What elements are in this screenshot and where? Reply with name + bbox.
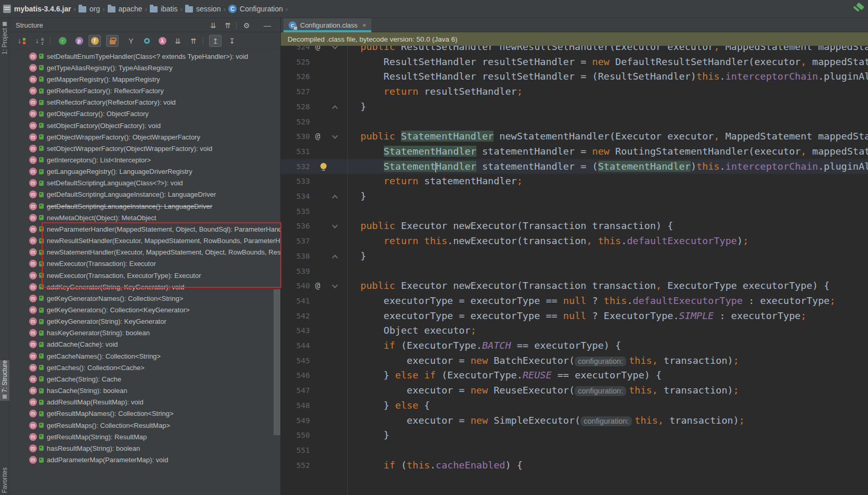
structure-item-getObjectWrapperFactory[interactable]: mgetObjectWrapperFactory(): ObjectWrappe… bbox=[9, 131, 280, 143]
code-line-547[interactable]: 547 executor = new ReuseExecutor(configu… bbox=[281, 383, 868, 398]
tab-configuration-class[interactable]: C Configuration.class × bbox=[283, 18, 371, 32]
collapse-all-icon[interactable]: ⇈ bbox=[223, 20, 233, 30]
structure-item-getCache[interactable]: mgetCache(String): Cache bbox=[9, 373, 280, 385]
group-methods-icon[interactable]: Y bbox=[125, 35, 137, 47]
expand-all-icon[interactable]: ⇊ bbox=[208, 20, 218, 30]
settings-gear-icon[interactable]: ⚙ bbox=[241, 20, 252, 30]
build-hammer-icon[interactable] bbox=[852, 4, 865, 15]
breadcrumb-item-apache[interactable]: apache bbox=[108, 5, 142, 13]
expand-all-icon[interactable]: ⇊ bbox=[172, 35, 184, 47]
code-line-527[interactable]: 527 return resultSetHandler; bbox=[281, 84, 868, 99]
structure-item-getKeyGeneratorNames[interactable]: mgetKeyGeneratorNames(): Collection<Stri… bbox=[9, 293, 280, 304]
structure-item-setDefaultScriptingLanguage[interactable]: msetDefaultScriptingLanguage(Class<?>): … bbox=[9, 177, 280, 189]
tool-stripe-button-1-project[interactable]: 1: Project bbox=[0, 20, 9, 55]
show-lambdas-icon[interactable]: λ bbox=[156, 35, 169, 47]
code-line-539[interactable]: 539 bbox=[281, 264, 868, 279]
code-line-545[interactable]: 545 executor = new BatchExecutor(configu… bbox=[281, 353, 868, 369]
code-line-550[interactable]: 550 } bbox=[281, 428, 868, 443]
code-line-535[interactable]: 535 bbox=[281, 204, 868, 219]
code-line-538[interactable]: 538} bbox=[281, 249, 868, 264]
tab-close-icon[interactable]: × bbox=[362, 21, 367, 29]
fold-region-start-icon[interactable] bbox=[332, 283, 338, 288]
structure-scrollbar-thumb[interactable] bbox=[274, 289, 280, 435]
breadcrumb-item-mybatis-3-4-6-jar[interactable]: mybatis-3.4.6.jar bbox=[3, 5, 71, 13]
code-line-526[interactable]: 526 ResultSetHandler resultSetHandler = … bbox=[281, 69, 868, 84]
code-line-540[interactable]: 540@public Executor newExecutor(Transact… bbox=[281, 278, 868, 294]
fold-region-end-icon[interactable] bbox=[332, 195, 338, 200]
code-line-531[interactable]: 531 StatementHandler statementHandler = … bbox=[281, 144, 868, 159]
structure-item-getDefaultScriptingLanguageInstance[interactable]: mgetDefaultScriptingLanguageInstance(): … bbox=[9, 189, 280, 200]
structure-item-getResultMaps[interactable]: mgetResultMaps(): Collection<ResultMap> bbox=[9, 420, 280, 431]
structure-item-getLanguageRegistry[interactable]: mgetLanguageRegistry(): LanguageDriverRe… bbox=[9, 166, 280, 177]
structure-item-newExecutor[interactable]: mnewExecutor(Transaction): Executor bbox=[9, 258, 280, 270]
show-inherited-icon[interactable]: ↑ bbox=[56, 35, 69, 47]
structure-item-newMetaObject[interactable]: mnewMetaObject(Object): MetaObject bbox=[9, 212, 280, 223]
fold-region-start-icon[interactable] bbox=[332, 223, 338, 229]
code-line-544[interactable]: 544 if (ExecutorType.BATCH == executorTy… bbox=[281, 338, 868, 353]
autoscroll-from-source-icon[interactable]: ↧ bbox=[226, 35, 238, 47]
structure-item-getDefaultScriptingLanuageInstance[interactable]: mgetDefaultScriptingLanuageInstance(): L… bbox=[9, 200, 280, 212]
structure-item-getCacheNames[interactable]: mgetCacheNames(): Collection<String> bbox=[9, 350, 280, 362]
tool-stripe-button-7-structure[interactable]: 7: Structure bbox=[0, 360, 9, 401]
structure-item-getCaches[interactable]: mgetCaches(): Collection<Cache> bbox=[9, 362, 280, 373]
code-line-537[interactable]: 537 return this.newExecutor(transaction,… bbox=[281, 234, 868, 249]
code-line-548[interactable]: 548 } else { bbox=[281, 398, 868, 413]
sort-alphabetically-icon[interactable]: ↓az bbox=[33, 35, 46, 47]
sort-by-visibility-icon[interactable]: ↓ bbox=[16, 35, 28, 47]
structure-item-addKeyGenerator[interactable]: maddKeyGenerator(String, KeyGenerator): … bbox=[9, 281, 280, 293]
show-fields-icon[interactable]: f bbox=[88, 35, 101, 47]
structure-item-setObjectWrapperFactory[interactable]: msetObjectWrapperFactory(ObjectWrapperFa… bbox=[9, 143, 280, 154]
autoscroll-to-source-icon[interactable]: ↥ bbox=[209, 35, 222, 47]
code-line-529[interactable]: 529 bbox=[281, 115, 868, 130]
breadcrumb-item-configuration[interactable]: CConfiguration bbox=[228, 5, 283, 13]
fold-region-end-icon[interactable] bbox=[332, 255, 338, 260]
structure-item-getKeyGenerator[interactable]: mgetKeyGenerator(String): KeyGenerator bbox=[9, 316, 280, 327]
code-line-530[interactable]: 530@public StatementHandler newStatement… bbox=[281, 129, 868, 144]
show-non-public-icon[interactable] bbox=[106, 35, 119, 47]
structure-item-getReflectorFactory[interactable]: mgetReflectorFactory(): ReflectorFactory bbox=[9, 85, 280, 96]
code-line-546[interactable]: 546 } else if (ExecutorType.REUSE == exe… bbox=[281, 368, 868, 383]
structure-item-getTypeAliasRegistry[interactable]: mgetTypeAliasRegistry(): TypeAliasRegist… bbox=[9, 62, 280, 73]
code-line-525[interactable]: 525 ResultSetHandler resultSetHandler = … bbox=[281, 55, 868, 70]
show-anonymous-classes-icon[interactable] bbox=[140, 35, 153, 47]
intention-lightbulb-icon[interactable] bbox=[320, 163, 327, 169]
code-line-551[interactable]: 551 bbox=[281, 443, 868, 458]
structure-item-getMapperRegistry[interactable]: mgetMapperRegistry(): MapperRegistry bbox=[9, 73, 280, 85]
structure-item-newExecutor[interactable]: mnewExecutor(Transaction, ExecutorType):… bbox=[9, 270, 280, 281]
structure-item-addResultMap[interactable]: maddResultMap(ResultMap): void bbox=[9, 397, 280, 408]
structure-item-newResultSetHandler[interactable]: mnewResultSetHandler(Executor, MappedSta… bbox=[9, 235, 280, 247]
code-line-549[interactable]: 549 executor = new SimpleExecutor(config… bbox=[281, 413, 868, 428]
structure-item-setObjectFactory[interactable]: msetObjectFactory(ObjectFactory): void bbox=[9, 120, 280, 131]
structure-item-hasResultMap[interactable]: mhasResultMap(String): boolean bbox=[9, 442, 280, 454]
code-line-542[interactable]: 542 executorType = executorType == null … bbox=[281, 309, 868, 324]
structure-item-newStatementHandler[interactable]: mnewStatementHandler(Executor, MappedSta… bbox=[9, 247, 280, 258]
show-properties-icon[interactable]: p bbox=[73, 35, 85, 47]
collapse-all-icon[interactable]: ⇈ bbox=[187, 35, 200, 47]
breadcrumb-item-session[interactable]: session bbox=[185, 5, 221, 13]
structure-item-addParameterMap[interactable]: maddParameterMap(ParameterMap): void bbox=[9, 454, 280, 465]
structure-item-getObjectFactory[interactable]: mgetObjectFactory(): ObjectFactory bbox=[9, 108, 280, 120]
structure-item-setReflectorFactory[interactable]: msetReflectorFactory(ReflectorFactory): … bbox=[9, 97, 280, 108]
code-line-543[interactable]: 543 Object executor; bbox=[281, 323, 868, 338]
structure-item-setDefaultEnumTypeHandler[interactable]: msetDefaultEnumTypeHandler(Class<? exten… bbox=[9, 50, 280, 62]
code-line-533[interactable]: 533 return statementHandler; bbox=[281, 174, 868, 189]
breadcrumb-item-org[interactable]: org bbox=[79, 5, 100, 13]
fold-region-start-icon[interactable] bbox=[332, 133, 338, 139]
structure-item-getResultMap[interactable]: mgetResultMap(String): ResultMap bbox=[9, 431, 280, 442]
structure-item-getKeyGenerators[interactable]: mgetKeyGenerators(): Collection<KeyGener… bbox=[9, 304, 280, 315]
code-line-541[interactable]: 541 executorType = executorType == null … bbox=[281, 294, 868, 309]
fold-region-end-icon[interactable] bbox=[332, 105, 338, 111]
code-line-552[interactable]: 552 if (this.cacheEnabled) { bbox=[281, 458, 868, 473]
structure-item-hasCache[interactable]: mhasCache(String): boolean bbox=[9, 385, 280, 397]
structure-item-hasKeyGenerator[interactable]: mhasKeyGenerator(String): boolean bbox=[9, 327, 280, 339]
structure-item-getInterceptors[interactable]: mgetInterceptors(): List<Interceptor> bbox=[9, 154, 280, 166]
code-line-536[interactable]: 536public Executor newExecutor(Transacti… bbox=[281, 219, 868, 234]
breadcrumb-item-ibatis[interactable]: ibatis bbox=[150, 5, 178, 13]
code-line-534[interactable]: 534} bbox=[281, 189, 868, 204]
structure-item-newParameterHandler[interactable]: mnewParameterHandler(MappedStatement, Ob… bbox=[9, 223, 280, 235]
structure-item-addCache[interactable]: maddCache(Cache): void bbox=[9, 339, 280, 350]
structure-item-getResultMapNames[interactable]: mgetResultMapNames(): Collection<String> bbox=[9, 408, 280, 420]
hide-panel-icon[interactable]: — bbox=[262, 20, 273, 30]
code-line-528[interactable]: 528} bbox=[281, 99, 868, 115]
tool-stripe-button-2-favorites[interactable]: 2: Favorites bbox=[0, 467, 9, 495]
